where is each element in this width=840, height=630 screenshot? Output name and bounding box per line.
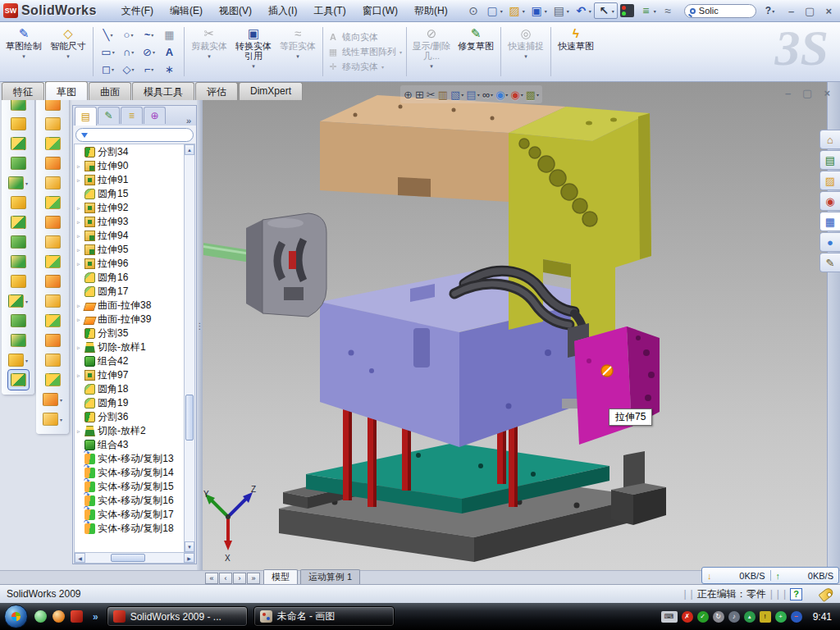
tray-icon[interactable] [661, 611, 678, 623]
command-tab[interactable]: 草图 [45, 81, 88, 100]
tree-item[interactable]: 实体-移动/复制15 [75, 480, 184, 494]
command-button[interactable]: 快速草图 [554, 24, 598, 80]
tree-item[interactable]: 拉伸95 [75, 243, 184, 257]
scroll-down-icon[interactable]: ▼ [185, 541, 194, 552]
toolbar-button[interactable] [11, 212, 26, 232]
sketch-entity-button[interactable] [139, 43, 159, 61]
toolbar-button[interactable] [11, 114, 26, 134]
expand-arrow-icon[interactable] [77, 163, 84, 170]
tree-item[interactable]: 组合43 [75, 438, 184, 452]
toolbar-button[interactable] [11, 134, 26, 153]
toolbar-button[interactable] [45, 272, 61, 291]
document-tab[interactable]: 运动算例 1 [300, 569, 360, 584]
tray-icon[interactable] [744, 611, 756, 623]
tray-icon[interactable] [791, 611, 802, 623]
panel-tab[interactable] [144, 107, 166, 124]
expand-arrow-icon[interactable] [77, 372, 84, 379]
tray-icon[interactable] [728, 611, 740, 623]
command-button[interactable]: 转换实体引用 [231, 24, 276, 80]
taskbar-clock[interactable]: 9:41 [813, 611, 840, 623]
tree-item[interactable]: 圆角16 [75, 271, 184, 285]
scroll-left-icon[interactable]: ◀ [75, 553, 85, 563]
toolbar-button[interactable] [659, 3, 678, 18]
toolbar-button[interactable] [483, 3, 505, 18]
menu-item[interactable]: 编辑(E) [162, 1, 211, 21]
command-row-button[interactable]: 线性草图阵列 [327, 46, 402, 58]
menu-item[interactable]: 插入(I) [260, 1, 305, 21]
menu-item[interactable]: 工具(T) [305, 1, 354, 21]
toolbar-button[interactable] [45, 252, 61, 272]
view-tool-button[interactable] [415, 89, 424, 101]
tab-nav-icon[interactable]: ‹ [219, 573, 232, 584]
expand-arrow-icon[interactable] [77, 205, 84, 212]
quick-launch-icon[interactable] [71, 610, 83, 623]
tree-item[interactable]: 切除-放样1 [75, 340, 184, 354]
panel-tab[interactable] [121, 107, 143, 124]
scroll-right-icon[interactable]: ▶ [184, 553, 194, 563]
toolbar-button[interactable] [45, 212, 61, 232]
tree-item[interactable]: 拉伸93 [75, 215, 184, 229]
close-icon[interactable]: × [825, 5, 832, 17]
graphics-viewport[interactable]: Y Z X [197, 82, 827, 570]
toolbar-button[interactable] [45, 370, 61, 390]
command-button[interactable]: 草图绘制 [2, 24, 46, 80]
command-tab[interactable]: 模具工具 [132, 82, 194, 100]
menu-item[interactable]: 窗口(W) [354, 1, 406, 21]
tree-item[interactable]: 分割35 [75, 326, 184, 340]
taskbar-window-button[interactable]: 未命名 - 画图 [253, 606, 395, 627]
doc-restore-icon[interactable]: ▢ [802, 87, 812, 99]
view-tool-button[interactable] [438, 89, 448, 101]
panel-overflow-chevron[interactable]: » [183, 116, 194, 126]
command-tab[interactable]: 特征 [2, 82, 44, 100]
sketch-entity-button[interactable] [98, 61, 118, 78]
task-pane-tab[interactable] [819, 253, 840, 272]
command-button[interactable]: 剪裁实体 [187, 24, 231, 80]
tree-item[interactable]: 圆角17 [75, 285, 184, 299]
task-pane-tab[interactable] [819, 212, 840, 231]
quick-tips-button[interactable]: ? [790, 588, 802, 600]
tree-horizontal-scrollbar[interactable]: ◀ ▶ [74, 553, 195, 564]
menu-item[interactable]: 视图(V) [211, 1, 260, 21]
toolbar-button[interactable] [11, 193, 26, 212]
view-tool-button[interactable] [526, 89, 539, 101]
command-tab[interactable]: 评估 [195, 82, 238, 100]
tree-item[interactable]: 圆角15 [75, 187, 184, 201]
toolbar-button[interactable] [8, 370, 29, 390]
task-pane-tab[interactable] [819, 130, 840, 149]
expand-arrow-icon[interactable] [77, 247, 84, 253]
scroll-up-icon[interactable]: ▲ [185, 144, 194, 155]
menu-item[interactable]: 帮助(H) [406, 1, 456, 21]
toolbar-button[interactable] [618, 3, 637, 18]
toolbar-button[interactable] [594, 2, 618, 19]
search-input[interactable]: Solic [699, 6, 719, 16]
doc-close-icon[interactable]: × [824, 87, 830, 99]
tree-item[interactable]: 实体-移动/复制16 [75, 494, 184, 508]
command-button[interactable]: 显示/删除几... [409, 24, 454, 80]
sketch-entity-button[interactable] [98, 43, 118, 61]
task-pane-tab[interactable] [819, 232, 840, 252]
tree-item[interactable]: 圆角19 [75, 396, 184, 410]
tray-icon[interactable] [760, 611, 771, 623]
tree-item[interactable]: 拉伸97 [75, 368, 184, 382]
tree-item[interactable]: 组合42 [75, 354, 184, 368]
view-tool-button[interactable] [510, 89, 523, 101]
tree-item[interactable]: 实体-移动/复制18 [75, 522, 184, 536]
toolbar-button[interactable] [550, 3, 572, 18]
menu-item[interactable]: 文件(F) [113, 1, 162, 21]
tree-item[interactable]: 分割36 [75, 410, 184, 424]
tab-nav-icon[interactable]: › [233, 573, 246, 584]
tree-item[interactable]: 曲面-拉伸38 [75, 299, 184, 313]
minimize-icon[interactable]: – [788, 5, 794, 17]
task-pane-tab[interactable] [819, 171, 840, 190]
sketch-entity-button[interactable] [118, 26, 139, 43]
search-box[interactable]: Solic [684, 4, 756, 18]
toolbar-button[interactable] [43, 390, 62, 409]
tree-item[interactable]: 拉伸96 [75, 257, 184, 271]
tab-nav-icon[interactable]: » [247, 573, 260, 584]
toolbar-button[interactable] [45, 291, 61, 311]
tree-item[interactable]: 分割34 [75, 145, 184, 159]
sketch-entity-button[interactable] [118, 43, 139, 61]
tag-icon[interactable] [818, 586, 834, 601]
toolbar-button[interactable] [637, 3, 659, 18]
tray-icon[interactable] [713, 611, 724, 623]
